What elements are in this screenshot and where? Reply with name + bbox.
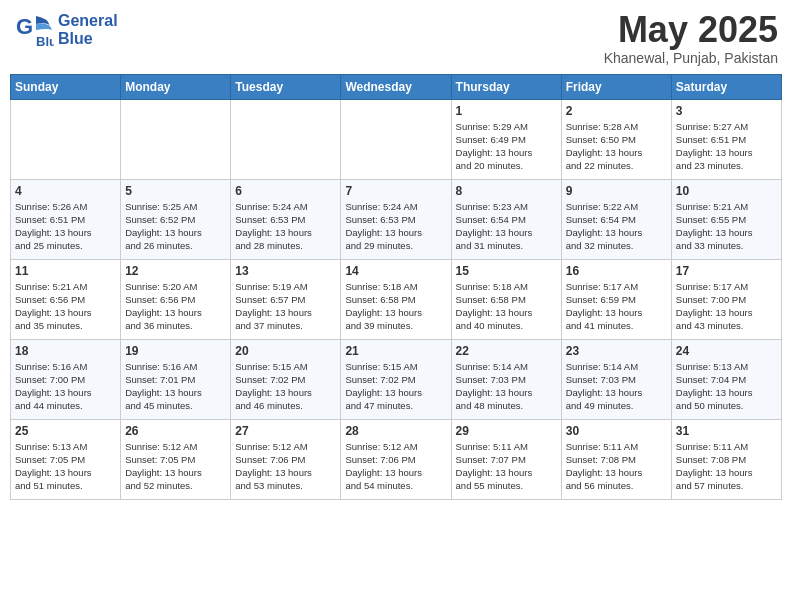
- day-number-4: 4: [15, 184, 116, 198]
- svg-text:G: G: [16, 14, 33, 39]
- day-cell-2-1: 12Sunrise: 5:20 AMSunset: 6:56 PMDayligh…: [121, 259, 231, 339]
- day-info-24: Sunrise: 5:13 AMSunset: 7:04 PMDaylight:…: [676, 360, 777, 413]
- day-info-10: Sunrise: 5:21 AMSunset: 6:55 PMDaylight:…: [676, 200, 777, 253]
- day-info-23: Sunrise: 5:14 AMSunset: 7:03 PMDaylight:…: [566, 360, 667, 413]
- calendar-table: Sunday Monday Tuesday Wednesday Thursday…: [10, 74, 782, 500]
- day-cell-3-5: 23Sunrise: 5:14 AMSunset: 7:03 PMDayligh…: [561, 339, 671, 419]
- week-row-5: 25Sunrise: 5:13 AMSunset: 7:05 PMDayligh…: [11, 419, 782, 499]
- logo: G Blue General Blue: [14, 10, 118, 50]
- day-info-30: Sunrise: 5:11 AMSunset: 7:08 PMDaylight:…: [566, 440, 667, 493]
- day-cell-2-0: 11Sunrise: 5:21 AMSunset: 6:56 PMDayligh…: [11, 259, 121, 339]
- day-cell-3-3: 21Sunrise: 5:15 AMSunset: 7:02 PMDayligh…: [341, 339, 451, 419]
- day-cell-3-1: 19Sunrise: 5:16 AMSunset: 7:01 PMDayligh…: [121, 339, 231, 419]
- day-info-3: Sunrise: 5:27 AMSunset: 6:51 PMDaylight:…: [676, 120, 777, 173]
- col-thursday: Thursday: [451, 74, 561, 99]
- day-info-21: Sunrise: 5:15 AMSunset: 7:02 PMDaylight:…: [345, 360, 446, 413]
- header-row: Sunday Monday Tuesday Wednesday Thursday…: [11, 74, 782, 99]
- day-info-9: Sunrise: 5:22 AMSunset: 6:54 PMDaylight:…: [566, 200, 667, 253]
- day-number-3: 3: [676, 104, 777, 118]
- day-info-18: Sunrise: 5:16 AMSunset: 7:00 PMDaylight:…: [15, 360, 116, 413]
- day-number-12: 12: [125, 264, 226, 278]
- col-wednesday: Wednesday: [341, 74, 451, 99]
- day-cell-4-5: 30Sunrise: 5:11 AMSunset: 7:08 PMDayligh…: [561, 419, 671, 499]
- day-info-13: Sunrise: 5:19 AMSunset: 6:57 PMDaylight:…: [235, 280, 336, 333]
- day-number-17: 17: [676, 264, 777, 278]
- day-number-9: 9: [566, 184, 667, 198]
- day-cell-3-4: 22Sunrise: 5:14 AMSunset: 7:03 PMDayligh…: [451, 339, 561, 419]
- day-number-5: 5: [125, 184, 226, 198]
- day-info-29: Sunrise: 5:11 AMSunset: 7:07 PMDaylight:…: [456, 440, 557, 493]
- day-number-2: 2: [566, 104, 667, 118]
- location-subtitle: Khanewal, Punjab, Pakistan: [604, 50, 778, 66]
- day-cell-1-6: 10Sunrise: 5:21 AMSunset: 6:55 PMDayligh…: [671, 179, 781, 259]
- day-info-5: Sunrise: 5:25 AMSunset: 6:52 PMDaylight:…: [125, 200, 226, 253]
- day-cell-0-0: [11, 99, 121, 179]
- day-number-7: 7: [345, 184, 446, 198]
- day-info-28: Sunrise: 5:12 AMSunset: 7:06 PMDaylight:…: [345, 440, 446, 493]
- day-cell-4-3: 28Sunrise: 5:12 AMSunset: 7:06 PMDayligh…: [341, 419, 451, 499]
- calendar-body: 1Sunrise: 5:29 AMSunset: 6:49 PMDaylight…: [11, 99, 782, 499]
- day-number-13: 13: [235, 264, 336, 278]
- day-number-29: 29: [456, 424, 557, 438]
- day-info-7: Sunrise: 5:24 AMSunset: 6:53 PMDaylight:…: [345, 200, 446, 253]
- day-number-1: 1: [456, 104, 557, 118]
- day-info-6: Sunrise: 5:24 AMSunset: 6:53 PMDaylight:…: [235, 200, 336, 253]
- day-number-31: 31: [676, 424, 777, 438]
- day-cell-2-3: 14Sunrise: 5:18 AMSunset: 6:58 PMDayligh…: [341, 259, 451, 339]
- day-number-18: 18: [15, 344, 116, 358]
- day-cell-1-2: 6Sunrise: 5:24 AMSunset: 6:53 PMDaylight…: [231, 179, 341, 259]
- day-cell-3-0: 18Sunrise: 5:16 AMSunset: 7:00 PMDayligh…: [11, 339, 121, 419]
- day-info-16: Sunrise: 5:17 AMSunset: 6:59 PMDaylight:…: [566, 280, 667, 333]
- day-number-23: 23: [566, 344, 667, 358]
- day-number-15: 15: [456, 264, 557, 278]
- day-info-27: Sunrise: 5:12 AMSunset: 7:06 PMDaylight:…: [235, 440, 336, 493]
- day-cell-3-6: 24Sunrise: 5:13 AMSunset: 7:04 PMDayligh…: [671, 339, 781, 419]
- day-number-19: 19: [125, 344, 226, 358]
- day-cell-0-3: [341, 99, 451, 179]
- day-info-22: Sunrise: 5:14 AMSunset: 7:03 PMDaylight:…: [456, 360, 557, 413]
- day-info-14: Sunrise: 5:18 AMSunset: 6:58 PMDaylight:…: [345, 280, 446, 333]
- day-info-4: Sunrise: 5:26 AMSunset: 6:51 PMDaylight:…: [15, 200, 116, 253]
- col-tuesday: Tuesday: [231, 74, 341, 99]
- day-cell-1-5: 9Sunrise: 5:22 AMSunset: 6:54 PMDaylight…: [561, 179, 671, 259]
- day-number-14: 14: [345, 264, 446, 278]
- day-cell-4-0: 25Sunrise: 5:13 AMSunset: 7:05 PMDayligh…: [11, 419, 121, 499]
- col-monday: Monday: [121, 74, 231, 99]
- day-number-24: 24: [676, 344, 777, 358]
- day-cell-3-2: 20Sunrise: 5:15 AMSunset: 7:02 PMDayligh…: [231, 339, 341, 419]
- day-cell-0-4: 1Sunrise: 5:29 AMSunset: 6:49 PMDaylight…: [451, 99, 561, 179]
- day-cell-2-4: 15Sunrise: 5:18 AMSunset: 6:58 PMDayligh…: [451, 259, 561, 339]
- day-number-8: 8: [456, 184, 557, 198]
- day-info-12: Sunrise: 5:20 AMSunset: 6:56 PMDaylight:…: [125, 280, 226, 333]
- day-info-8: Sunrise: 5:23 AMSunset: 6:54 PMDaylight:…: [456, 200, 557, 253]
- day-cell-2-6: 17Sunrise: 5:17 AMSunset: 7:00 PMDayligh…: [671, 259, 781, 339]
- svg-text:Blue: Blue: [36, 34, 54, 49]
- day-number-26: 26: [125, 424, 226, 438]
- day-number-21: 21: [345, 344, 446, 358]
- month-title: May 2025: [604, 10, 778, 50]
- day-cell-2-2: 13Sunrise: 5:19 AMSunset: 6:57 PMDayligh…: [231, 259, 341, 339]
- day-number-10: 10: [676, 184, 777, 198]
- week-row-1: 1Sunrise: 5:29 AMSunset: 6:49 PMDaylight…: [11, 99, 782, 179]
- week-row-2: 4Sunrise: 5:26 AMSunset: 6:51 PMDaylight…: [11, 179, 782, 259]
- day-number-11: 11: [15, 264, 116, 278]
- day-number-6: 6: [235, 184, 336, 198]
- title-block: May 2025 Khanewal, Punjab, Pakistan: [604, 10, 778, 66]
- col-sunday: Sunday: [11, 74, 121, 99]
- day-cell-0-5: 2Sunrise: 5:28 AMSunset: 6:50 PMDaylight…: [561, 99, 671, 179]
- day-number-22: 22: [456, 344, 557, 358]
- day-info-26: Sunrise: 5:12 AMSunset: 7:05 PMDaylight:…: [125, 440, 226, 493]
- day-cell-1-0: 4Sunrise: 5:26 AMSunset: 6:51 PMDaylight…: [11, 179, 121, 259]
- day-cell-1-4: 8Sunrise: 5:23 AMSunset: 6:54 PMDaylight…: [451, 179, 561, 259]
- day-info-11: Sunrise: 5:21 AMSunset: 6:56 PMDaylight:…: [15, 280, 116, 333]
- day-info-31: Sunrise: 5:11 AMSunset: 7:08 PMDaylight:…: [676, 440, 777, 493]
- logo-text-blue: Blue: [58, 30, 118, 48]
- day-cell-1-1: 5Sunrise: 5:25 AMSunset: 6:52 PMDaylight…: [121, 179, 231, 259]
- day-cell-4-1: 26Sunrise: 5:12 AMSunset: 7:05 PMDayligh…: [121, 419, 231, 499]
- day-cell-1-3: 7Sunrise: 5:24 AMSunset: 6:53 PMDaylight…: [341, 179, 451, 259]
- col-friday: Friday: [561, 74, 671, 99]
- day-info-25: Sunrise: 5:13 AMSunset: 7:05 PMDaylight:…: [15, 440, 116, 493]
- day-number-16: 16: [566, 264, 667, 278]
- day-cell-0-6: 3Sunrise: 5:27 AMSunset: 6:51 PMDaylight…: [671, 99, 781, 179]
- day-cell-4-2: 27Sunrise: 5:12 AMSunset: 7:06 PMDayligh…: [231, 419, 341, 499]
